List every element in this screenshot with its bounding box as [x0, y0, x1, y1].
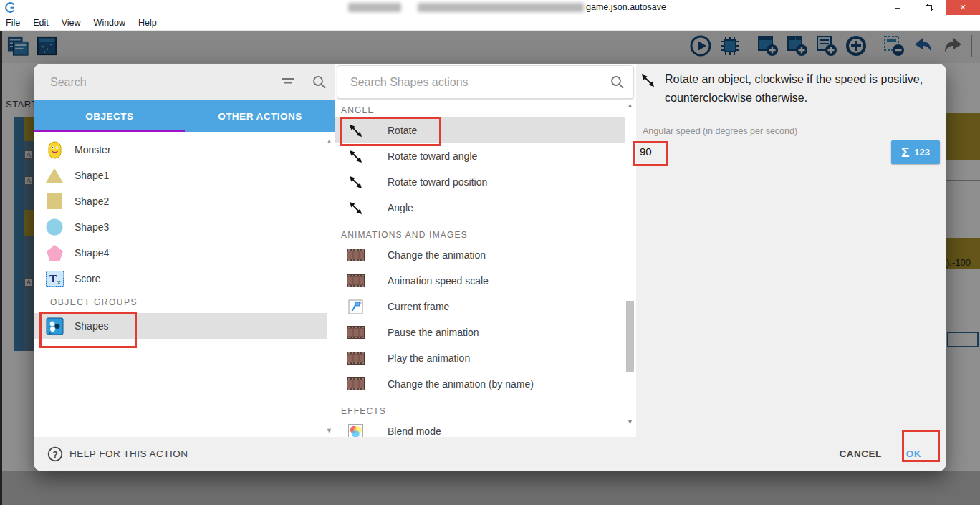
object-groups-header: OBJECT GROUPS: [34, 292, 335, 313]
annotation-rect-ok: [902, 430, 940, 462]
action-label: Rotate toward position: [388, 176, 487, 188]
tab-other-actions[interactable]: OTHER ACTIONS: [185, 100, 335, 132]
action-label: Rotate toward angle: [388, 150, 477, 162]
action-editor-dialog: OBJECTS OTHER ACTIONS MonsterShape1Shape…: [34, 64, 946, 471]
tab-other-actions-label: OTHER ACTIONS: [218, 111, 302, 122]
object-list-item[interactable]: TxScore: [34, 266, 327, 292]
triangle-icon: [34, 168, 75, 183]
object-name: Monster: [75, 144, 111, 155]
tab-objects-label: OBJECTS: [85, 111, 133, 122]
object-list: MonsterShape1Shape2Shape3Shape4TxScoreOB…: [34, 132, 335, 339]
annotation-rect-shapes: [39, 312, 137, 348]
object-list-item[interactable]: Shape3: [34, 214, 327, 240]
section-header: EFFECTS: [335, 397, 636, 418]
object-list-item[interactable]: Shape4: [34, 240, 327, 266]
menu-help[interactable]: Help: [138, 18, 157, 28]
scroll-up-icon[interactable]: ▲: [326, 138, 332, 145]
film-icon: [335, 274, 375, 287]
menu-view[interactable]: View: [62, 18, 81, 28]
action-list-item[interactable]: Rotate toward position: [335, 169, 625, 195]
object-list-item[interactable]: Shape1: [34, 163, 327, 188]
minimize-button[interactable]: –: [881, 0, 913, 15]
parameters-panel: Rotate an object, clockwise if the speed…: [636, 64, 946, 437]
angular-speed-input[interactable]: [637, 140, 883, 163]
circle-icon: [34, 218, 75, 236]
actions-search-bar: [337, 65, 634, 99]
action-list-item[interactable]: Angle: [335, 195, 625, 221]
cancel-button[interactable]: CANCEL: [840, 448, 882, 459]
svg-text:T: T: [49, 273, 57, 284]
menu-window[interactable]: Window: [94, 18, 125, 28]
action-list-item[interactable]: Current frame: [335, 294, 625, 319]
search-icon[interactable]: [304, 74, 335, 90]
monster-icon: [34, 141, 75, 159]
help-link[interactable]: ? HELP FOR THIS ACTION: [47, 446, 188, 462]
action-label: Change the animation (by name): [388, 378, 534, 390]
window-title: game.json.autosave: [586, 2, 666, 12]
redacted-title-segment: [348, 3, 401, 12]
object-list-item[interactable]: Shape2: [34, 188, 327, 214]
scroll-up-icon[interactable]: ▲: [627, 102, 633, 109]
search-icon[interactable]: [602, 74, 633, 90]
actions-search-input[interactable]: [337, 76, 602, 89]
window-title-bar: game.json.autosave – ✕: [0, 0, 980, 15]
section-header: ANIMATIONS AND IMAGES: [335, 221, 636, 242]
action-label: Current frame: [388, 301, 449, 312]
scroll-down-icon[interactable]: ▼: [326, 427, 332, 434]
window-controls: – ✕: [881, 0, 980, 15]
action-description: Rotate an object, clockwise if the speed…: [665, 70, 943, 107]
action-list-item[interactable]: Change the animation (by name): [335, 371, 625, 397]
annotation-rect-speed: [633, 141, 668, 166]
film-icon: [335, 326, 375, 339]
section-header: ANGLE: [335, 100, 636, 117]
action-label: Pause the animation: [388, 327, 479, 338]
action-label: Change the animation: [388, 249, 486, 261]
svg-text:x: x: [57, 279, 61, 286]
restore-button[interactable]: [913, 0, 946, 15]
tab-bar: OBJECTS OTHER ACTIONS: [34, 100, 335, 132]
objects-panel: OBJECTS OTHER ACTIONS MonsterShape1Shape…: [34, 64, 335, 437]
object-name: Shape2: [75, 196, 109, 207]
action-label: Animation speed scale: [388, 275, 489, 287]
action-label: Angle: [388, 202, 413, 213]
action-list-item[interactable]: Pause the animation: [335, 319, 625, 345]
object-name: Score: [75, 273, 101, 284]
text-object-icon: Tx: [34, 271, 75, 287]
expression-digits-label: 123: [914, 147, 930, 158]
filter-icon[interactable]: [272, 77, 304, 88]
square-icon: [34, 193, 75, 209]
expression-editor-button[interactable]: Σ 123: [891, 140, 940, 164]
objects-search-bar: [34, 64, 335, 100]
gdevelop-logo: [4, 1, 16, 14]
action-list-item[interactable]: Rotate toward angle: [335, 143, 625, 169]
objects-search-input[interactable]: [34, 76, 272, 89]
help-icon: ?: [47, 446, 63, 462]
redacted-title-segment: [418, 3, 584, 12]
scrollbar-thumb[interactable]: [626, 301, 634, 372]
restore-icon: [926, 4, 933, 11]
rotate-icon: [640, 73, 655, 91]
action-list-item[interactable]: Play the animation: [335, 345, 625, 371]
action-list-item[interactable]: Change the animation: [335, 242, 625, 268]
object-list-item[interactable]: Monster: [34, 137, 327, 163]
action-label: Play the animation: [388, 352, 470, 364]
object-name: Shape3: [75, 221, 109, 233]
film-icon: [335, 377, 375, 390]
scroll-down-icon[interactable]: ▼: [627, 418, 633, 425]
actions-list: ANGLERotateRotate toward angleRotate tow…: [335, 100, 636, 444]
close-button[interactable]: ✕: [946, 0, 980, 15]
menu-bar: FileEditViewWindowHelp: [0, 15, 980, 31]
menu-edit[interactable]: Edit: [33, 18, 49, 28]
help-label: HELP FOR THIS ACTION: [69, 448, 188, 459]
rotate-icon: [335, 149, 375, 164]
rotate-icon: [335, 175, 375, 190]
svg-text:?: ?: [52, 449, 58, 459]
object-name: Shape1: [75, 170, 109, 181]
film-icon: [335, 352, 375, 365]
menu-file[interactable]: File: [6, 18, 20, 28]
annotation-rect-rotate: [340, 117, 441, 146]
object-name: Shape4: [75, 247, 109, 259]
sigma-icon: Σ: [901, 145, 909, 160]
tab-objects[interactable]: OBJECTS: [34, 100, 185, 132]
action-list-item[interactable]: Animation speed scale: [335, 268, 625, 294]
